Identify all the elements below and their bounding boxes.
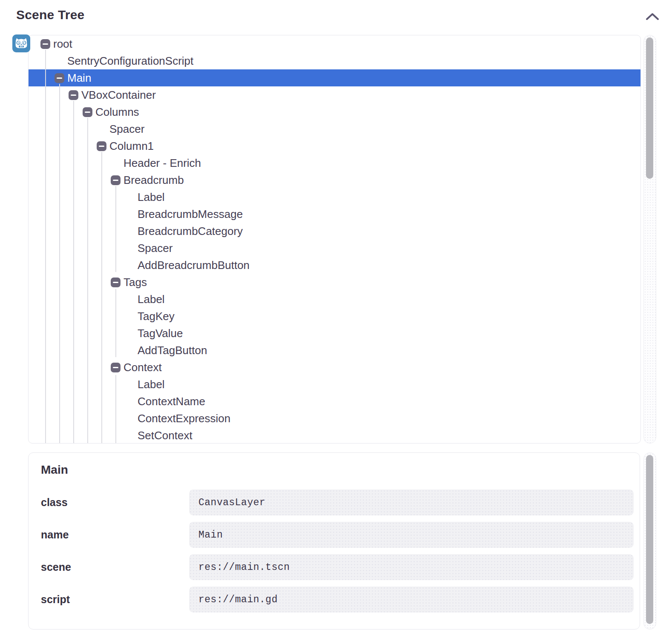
detail-value-field: res://main.gd	[189, 587, 634, 612]
tree-node-label: Header - Enrich	[123, 157, 201, 170]
minus-icon[interactable]	[97, 141, 106, 151]
tree-node-label: Tags	[123, 276, 147, 289]
tree-node-label: Context	[123, 361, 162, 374]
tree-node-label: Spacer	[109, 123, 144, 136]
scene-tree-panel: root SentryConfigurationScript Main VBox…	[28, 35, 641, 444]
godot-icon	[12, 34, 30, 52]
details-scrollbar[interactable]	[643, 452, 656, 630]
tree-node-setcontext[interactable]: SetContext	[29, 427, 640, 444]
node-details-panel: Main class CanvasLayer name Main scene r…	[28, 452, 640, 630]
tree-node-addtagbutton[interactable]: AddTagButton	[29, 342, 640, 359]
tree-node-label: Breadcrumb	[123, 174, 184, 187]
tree-node-label: TagValue	[138, 327, 183, 340]
tree-node-addbreadcrumbbutton[interactable]: AddBreadcrumbButton	[29, 257, 640, 274]
tree-node-breadcrumbcategory[interactable]: BreadcrumbCategory	[29, 223, 640, 240]
chevron-up-icon[interactable]	[645, 12, 660, 22]
tree-scrollbar-thumb[interactable]	[646, 37, 653, 179]
tree-node-label: BreadcrumbMessage	[138, 208, 243, 221]
tree-node-sentryconfigurationscript[interactable]: SentryConfigurationScript	[29, 52, 640, 69]
tree-node-contextname[interactable]: ContextName	[29, 393, 640, 410]
tree-node-label: BreadcrumbCategory	[138, 225, 243, 238]
tree-node-columns[interactable]: Columns	[29, 103, 640, 120]
detail-label: name	[41, 522, 69, 548]
tree-node-vboxcontainer[interactable]: VBoxContainer	[29, 86, 640, 103]
detail-value-field: Main	[189, 522, 634, 548]
tree-node-root[interactable]: root	[29, 35, 640, 52]
tree-node-label: Label	[138, 191, 165, 204]
tree-node-context-label[interactable]: Label	[29, 376, 640, 393]
tree-node-tagvalue[interactable]: TagValue	[29, 325, 640, 342]
detail-label: class	[41, 489, 68, 515]
tree-node-label: root	[53, 37, 72, 51]
tree-node-column1[interactable]: Column1	[29, 137, 640, 155]
minus-icon[interactable]	[111, 278, 121, 287]
detail-value-field: CanvasLayer	[189, 489, 634, 515]
details-scrollbar-thumb[interactable]	[646, 455, 653, 624]
tree-node-label: SetContext	[138, 429, 192, 442]
tree-node-breadcrumb-spacer[interactable]: Spacer	[29, 240, 640, 257]
details-title: Main	[41, 463, 68, 477]
tree-node-label: ContextExpression	[138, 412, 230, 425]
tree-node-label: TagKey	[138, 310, 175, 323]
minus-icon[interactable]	[83, 107, 92, 117]
tree-node-breadcrumb[interactable]: Breadcrumb	[29, 172, 640, 189]
minus-icon[interactable]	[111, 363, 121, 372]
tree-node-contextexpression[interactable]: ContextExpression	[29, 410, 640, 427]
detail-row-name: name Main	[29, 522, 640, 548]
tree-node-breadcrumbmessage[interactable]: BreadcrumbMessage	[29, 206, 640, 223]
detail-label: script	[41, 587, 70, 612]
tree-node-label: Label	[138, 378, 165, 391]
tree-node-spacer[interactable]: Spacer	[29, 120, 640, 137]
tree-node-label: Spacer	[138, 242, 172, 255]
detail-label: scene	[41, 554, 71, 580]
minus-icon[interactable]	[55, 73, 64, 83]
tree-scrollbar[interactable]	[643, 35, 656, 444]
tree-node-main[interactable]: Main	[29, 69, 640, 86]
tree-node-label: SentryConfigurationScript	[67, 54, 193, 68]
detail-row-script: script res://main.gd	[29, 587, 640, 612]
tree-node-label: AddTagButton	[138, 344, 207, 357]
tree-node-tags[interactable]: Tags	[29, 274, 640, 291]
tree-node-tagkey[interactable]: TagKey	[29, 308, 640, 325]
minus-icon[interactable]	[40, 39, 50, 49]
tree-node-header-enrich[interactable]: Header - Enrich	[29, 155, 640, 172]
tree-node-tags-label[interactable]: Label	[29, 291, 640, 308]
tree-node-label: Column1	[109, 140, 154, 153]
tree-node-label: AddBreadcrumbButton	[138, 259, 250, 272]
minus-icon[interactable]	[69, 90, 78, 100]
tree-node-context[interactable]: Context	[29, 359, 640, 376]
detail-row-scene: scene res://main.tscn	[29, 554, 640, 580]
minus-icon[interactable]	[111, 175, 121, 185]
tree-node-label: Label	[138, 293, 165, 306]
tree-node-label: ContextName	[138, 395, 205, 408]
detail-value-field: res://main.tscn	[189, 554, 634, 580]
tree-node-label: VBoxContainer	[81, 89, 156, 102]
detail-row-class: class CanvasLayer	[29, 489, 640, 515]
tree-node-breadcrumb-label[interactable]: Label	[29, 189, 640, 206]
tree-node-label: Main	[67, 72, 91, 85]
tree-node-label: Columns	[95, 106, 139, 119]
page-title: Scene Tree	[16, 8, 84, 22]
